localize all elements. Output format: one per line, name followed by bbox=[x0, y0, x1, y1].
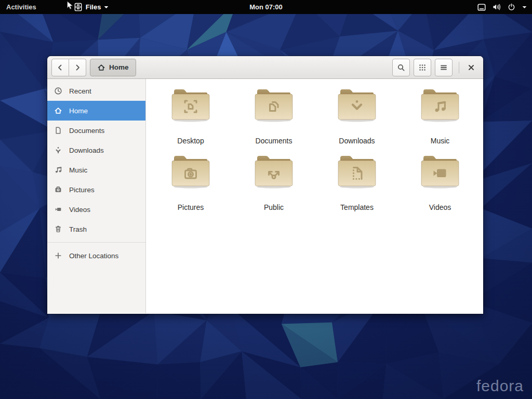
folder-label: Desktop bbox=[177, 137, 204, 144]
sidebar-item-music[interactable]: Music bbox=[47, 160, 145, 180]
system-menu-button[interactable] bbox=[472, 0, 532, 14]
clock[interactable]: Mon 07:00 bbox=[243, 0, 289, 14]
close-icon bbox=[467, 63, 475, 72]
download-icon bbox=[54, 146, 62, 154]
folder-icon bbox=[253, 88, 295, 125]
sidebar-item-documents[interactable]: Documents bbox=[47, 121, 145, 140]
desktop: fedora Activities Files Mon 07:00 bbox=[0, 0, 532, 399]
sidebar-list: RecentHomeDocumentsDownloadsMusicPicture… bbox=[47, 81, 145, 239]
sidebar-item-label: Trash bbox=[69, 225, 87, 233]
folder-label: Downloads bbox=[339, 137, 375, 144]
app-menu-button[interactable]: Files bbox=[68, 0, 115, 14]
files-app-icon bbox=[74, 3, 83, 11]
caret-down-icon bbox=[104, 6, 109, 9]
sidebar-item-label: Pictures bbox=[69, 186, 95, 194]
files-window: Home RecentHomeDocumentsDownloadsMusicPi… bbox=[47, 56, 483, 314]
location-label: Home bbox=[109, 63, 129, 71]
top-panel: Activities Files Mon 07:00 bbox=[0, 0, 532, 14]
sidebar-item-home[interactable]: Home bbox=[47, 101, 145, 121]
recent-icon bbox=[54, 87, 62, 95]
grid-icon bbox=[418, 63, 427, 72]
forward-button[interactable] bbox=[69, 59, 86, 76]
back-button[interactable] bbox=[51, 59, 69, 76]
folder-icon bbox=[336, 155, 378, 191]
chevron-down-icon bbox=[522, 6, 527, 9]
folder-icon bbox=[419, 88, 461, 125]
folder-label: Templates bbox=[340, 204, 374, 211]
sidebar: RecentHomeDocumentsDownloadsMusicPicture… bbox=[47, 79, 146, 313]
folder-item-downloads[interactable]: Downloads bbox=[315, 86, 398, 153]
window-body: RecentHomeDocumentsDownloadsMusicPicture… bbox=[47, 79, 483, 313]
folder-item-templates[interactable]: Templates bbox=[315, 153, 398, 219]
search-icon bbox=[397, 63, 405, 72]
sidebar-item-downloads[interactable]: Downloads bbox=[47, 140, 145, 160]
nav-buttons bbox=[51, 59, 86, 76]
plus-icon bbox=[54, 251, 62, 260]
folder-icon bbox=[170, 88, 211, 125]
sidebar-item-label: Music bbox=[69, 166, 87, 174]
app-menu-label: Files bbox=[86, 3, 101, 11]
location-home-button[interactable]: Home bbox=[90, 59, 136, 76]
folder-label: Videos bbox=[429, 204, 451, 211]
music-icon bbox=[54, 166, 62, 174]
sidebar-item-label: Documents bbox=[69, 127, 104, 135]
view-grid-button[interactable] bbox=[414, 59, 431, 76]
sidebar-item-label: Other Locations bbox=[69, 252, 118, 260]
folder-label: Public bbox=[264, 204, 284, 211]
sidebar-item-pictures[interactable]: Pictures bbox=[47, 180, 145, 200]
home-icon bbox=[54, 107, 62, 115]
mouse-cursor bbox=[66, 1, 74, 11]
folder-item-videos[interactable]: Videos bbox=[398, 153, 482, 219]
folder-label: Documents bbox=[256, 137, 292, 144]
folder-item-desktop[interactable]: Desktop bbox=[149, 86, 232, 153]
folder-item-music[interactable]: Music bbox=[398, 86, 482, 153]
folder-icon bbox=[253, 155, 295, 191]
sidebar-item-label: Downloads bbox=[69, 147, 104, 154]
sidebar-item-label: Home bbox=[69, 107, 88, 115]
folder-item-pictures[interactable]: Pictures bbox=[149, 153, 232, 219]
power-icon bbox=[508, 3, 515, 11]
file-grid: Desktop Documents Downloads Music bbox=[146, 79, 483, 313]
folder-icon bbox=[336, 88, 378, 125]
home-path-icon bbox=[97, 63, 105, 72]
sidebar-item-other-locations[interactable]: Other Locations bbox=[47, 246, 145, 265]
close-button[interactable] bbox=[463, 59, 479, 76]
menu-button[interactable] bbox=[435, 59, 453, 76]
header-bar: Home bbox=[47, 56, 483, 79]
document-icon bbox=[54, 126, 62, 135]
folder-icon bbox=[170, 155, 211, 191]
sidebar-item-recent[interactable]: Recent bbox=[47, 81, 145, 101]
search-button[interactable] bbox=[392, 59, 410, 76]
sidebar-item-label: Videos bbox=[69, 206, 90, 214]
chevron-left-icon bbox=[56, 63, 64, 72]
video-icon bbox=[54, 205, 62, 214]
folder-item-public[interactable]: Public bbox=[232, 153, 315, 219]
headerbar-divider bbox=[459, 62, 459, 73]
camera-icon bbox=[54, 185, 62, 194]
volume-icon bbox=[493, 3, 501, 11]
sidebar-item-trash[interactable]: Trash bbox=[47, 219, 145, 239]
fedora-logo: fedora bbox=[476, 377, 524, 395]
activities-button[interactable]: Activities bbox=[0, 0, 43, 14]
sidebar-item-label: Recent bbox=[69, 87, 91, 95]
folder-item-documents[interactable]: Documents bbox=[232, 86, 315, 153]
folder-icon bbox=[419, 155, 461, 191]
chevron-right-icon bbox=[73, 63, 82, 72]
hamburger-icon bbox=[440, 63, 448, 72]
folder-label: Music bbox=[431, 137, 450, 144]
sidebar-separator bbox=[47, 242, 145, 243]
folder-label: Pictures bbox=[178, 204, 204, 211]
trash-icon bbox=[54, 225, 62, 233]
sidebar-item-videos[interactable]: Videos bbox=[47, 200, 145, 219]
display-icon bbox=[477, 4, 486, 11]
